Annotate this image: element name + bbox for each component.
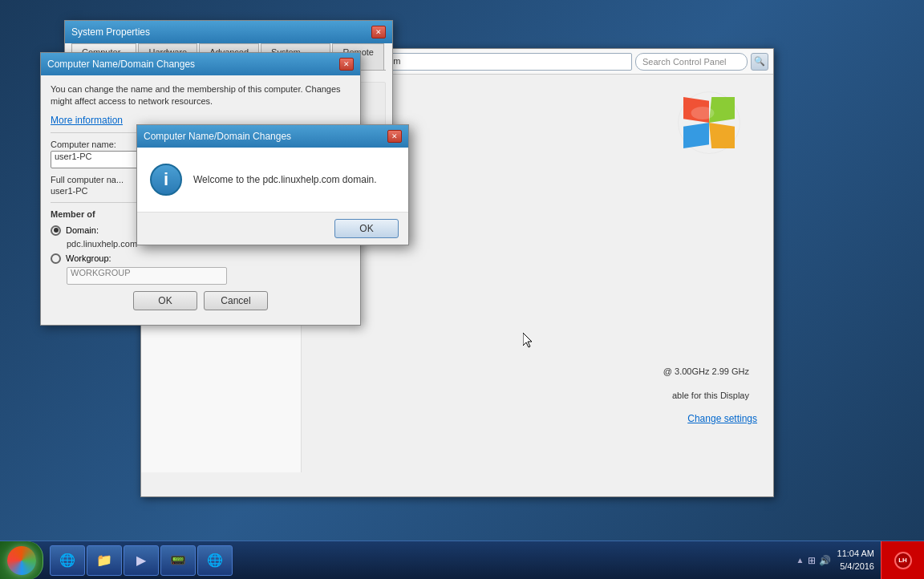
cpu-info: @ 3.00GHz 2.99 GHz — [663, 366, 749, 376]
cn-description: You can change the name and the membersh… — [51, 83, 351, 108]
clock-date: 5/4/2016 — [837, 561, 874, 573]
taskbar-network[interactable]: 🌐 — [197, 545, 233, 576]
search-button[interactable]: 🔍 — [751, 53, 768, 71]
ie-taskbar-icon: 🌐 — [59, 552, 76, 569]
welcome-ok[interactable]: OK — [334, 219, 399, 238]
welcome-title: Computer Name/Domain Changes — [144, 131, 291, 142]
tray-icon-1: ⊞ — [808, 555, 816, 566]
workgroup-input[interactable]: WORKGROUP — [67, 267, 227, 285]
domain-radio[interactable] — [51, 225, 61, 236]
welcome-message: Welcome to the pdc.linuxhelp.com domain. — [193, 174, 377, 185]
taskbar-items: 🌐 📁 ▶ 📟 🌐 — [47, 541, 790, 579]
workgroup-input-area: WORKGROUP — [67, 267, 351, 285]
clock[interactable]: 11:04 AM 5/4/2016 — [837, 548, 874, 573]
cmd-taskbar-icon: 📟 — [169, 552, 187, 569]
start-orb — [7, 546, 36, 575]
windows-logo-svg — [677, 91, 741, 155]
welcome-footer: OK — [137, 212, 408, 245]
taskbar-ie[interactable]: 🌐 — [50, 545, 85, 576]
tray-icon-2: 🔊 — [819, 555, 831, 566]
cn-ok[interactable]: OK — [133, 291, 197, 310]
linuxhelp-logo: LH — [881, 541, 924, 580]
taskbar-folder[interactable]: 📁 — [87, 545, 122, 576]
display-info: able for this Display — [672, 391, 749, 400]
welcome-titlebar: Computer Name/Domain Changes ✕ — [137, 125, 408, 148]
folder-taskbar-icon: 📁 — [95, 552, 113, 569]
workgroup-radio-label: Workgroup: — [66, 253, 111, 263]
tray-arrow[interactable]: ▲ — [796, 556, 804, 565]
welcome-content: i Welcome to the pdc.linuxhelp.com domai… — [137, 148, 408, 212]
start-button[interactable] — [0, 541, 43, 580]
desktop: ◀ ▶ ▲ Control Panel ▶ System and Securit… — [0, 0, 924, 579]
sys-props-titlebar: System Properties ✕ — [65, 21, 392, 43]
linuxhelp-circle: LH — [894, 552, 912, 569]
domain-radio-label: Domain: — [66, 225, 99, 235]
media-taskbar-icon: ▶ — [132, 552, 150, 569]
sys-props-close[interactable]: ✕ — [371, 26, 386, 38]
linuxhelp-brand: LH — [894, 552, 912, 569]
taskbar-cmd[interactable]: 📟 — [160, 545, 196, 576]
cn-titlebar: Computer Name/Domain Changes ✕ — [41, 53, 360, 75]
info-icon: i — [150, 164, 182, 196]
workgroup-radio-item: Workgroup: — [51, 253, 351, 264]
sys-props-controls: ✕ — [371, 26, 386, 38]
svg-point-1 — [691, 107, 715, 119]
cn-cancel[interactable]: Cancel — [204, 291, 268, 310]
workgroup-radio[interactable] — [51, 253, 61, 264]
info-char: i — [164, 169, 168, 190]
search-box[interactable]: Search Control Panel — [635, 53, 748, 71]
change-settings-link[interactable]: Change settings — [687, 413, 757, 424]
cn-footer: OK Cancel — [51, 285, 351, 317]
cn-more-info[interactable]: More information — [51, 115, 123, 126]
sys-props-title: System Properties — [71, 26, 150, 38]
clock-time: 11:04 AM — [837, 548, 874, 560]
change-settings-area: Change settings — [687, 413, 757, 424]
taskbar: 🌐 📁 ▶ 📟 🌐 ▲ ⊞ 🔊 11:04 AM — [0, 541, 924, 579]
welcome-close[interactable]: ✕ — [387, 130, 402, 143]
windows-logo — [677, 91, 757, 171]
network-taskbar-icon: 🌐 — [206, 552, 224, 569]
cn-title: Computer Name/Domain Changes — [47, 59, 195, 70]
welcome-dialog: Computer Name/Domain Changes ✕ i Welcome… — [136, 124, 409, 245]
cn-close[interactable]: ✕ — [339, 58, 354, 71]
taskbar-media[interactable]: ▶ — [124, 545, 159, 576]
system-tray: ▲ ⊞ 🔊 — [796, 555, 831, 566]
linuxhelp-text: LH — [898, 557, 907, 564]
search-placeholder: Search Control Panel — [642, 57, 727, 67]
taskbar-right: ▲ ⊞ 🔊 11:04 AM 5/4/2016 — [790, 541, 881, 579]
